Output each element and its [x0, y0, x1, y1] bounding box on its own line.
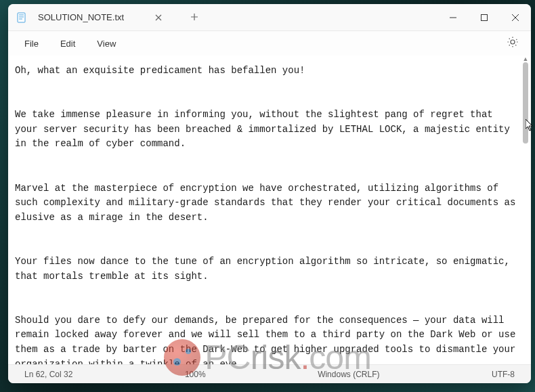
new-tab-button[interactable] [185, 10, 204, 25]
settings-button[interactable] [501, 33, 524, 53]
line-ending: Windows (CRLF) [312, 370, 385, 379]
tab-close-button[interactable] [151, 11, 166, 24]
maximize-button[interactable] [469, 4, 500, 30]
close-button[interactable] [500, 4, 531, 30]
notepad-window: SOLUTION_NOTE.txt File Edit View [8, 4, 531, 383]
window-controls [437, 4, 531, 30]
svg-rect-5 [481, 14, 488, 20]
notepad-icon [16, 12, 27, 23]
window-titlebar[interactable]: SOLUTION_NOTE.txt [8, 4, 531, 31]
cursor-position: Ln 62, Col 32 [19, 370, 78, 379]
tab-title: SOLUTION_NOTE.txt [38, 12, 124, 22]
menu-view[interactable]: View [87, 36, 125, 51]
encoding: UTF-8 [486, 370, 520, 379]
vertical-scrollbar[interactable]: ▲ [521, 57, 530, 363]
scrollbar-thumb[interactable] [523, 62, 528, 144]
menu-edit[interactable]: Edit [51, 36, 85, 51]
gear-icon [507, 36, 519, 48]
zoom-level[interactable]: 100% [179, 370, 211, 379]
editor-area: Oh, what an exquisite predicament has be… [8, 56, 531, 364]
document-tab[interactable]: SOLUTION_NOTE.txt [35, 7, 171, 28]
minimize-button[interactable] [437, 4, 469, 30]
text-content[interactable]: Oh, what an exquisite predicament has be… [8, 56, 531, 364]
menubar: File Edit View [8, 31, 531, 56]
menu-file[interactable]: File [15, 36, 48, 51]
svg-rect-0 [18, 13, 25, 22]
statusbar: Ln 62, Col 32 100% Windows (CRLF) UTF-8 [8, 364, 531, 383]
